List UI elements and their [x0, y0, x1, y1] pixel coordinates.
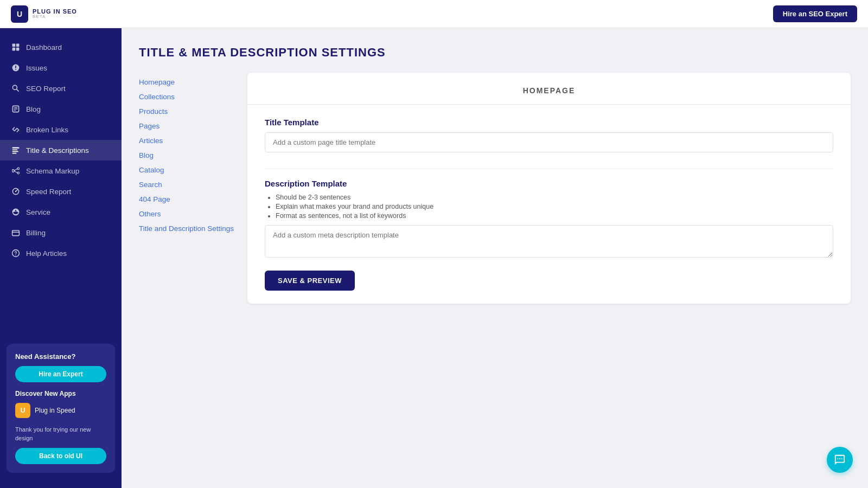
svg-rect-18 — [12, 170, 14, 172]
svg-rect-16 — [12, 151, 18, 152]
sidebar-bottom-card: Need Assistance? Hire an Expert Discover… — [0, 337, 122, 479]
sidebar-item-blog[interactable]: Blog — [0, 99, 122, 119]
svg-rect-3 — [16, 48, 20, 51]
sidebar-item-label: Billing — [26, 229, 46, 237]
help-icon — [11, 248, 21, 258]
plugin-speed-row: U Plug in Speed — [15, 403, 106, 418]
sidebar-item-label: Broken Links — [26, 126, 68, 134]
sidebar-item-billing[interactable]: Billing — [0, 222, 122, 243]
svg-rect-25 — [12, 230, 20, 236]
logo: U PLUG IN SEO BETA — [11, 5, 77, 23]
svg-rect-20 — [17, 172, 19, 174]
speed-icon — [11, 187, 21, 196]
logo-text-block: PLUG IN SEO BETA — [33, 8, 77, 20]
desc-hint-3: Format as sentences, not a list of keywo… — [276, 212, 833, 220]
title-template-input[interactable] — [265, 132, 833, 152]
plugin-speed-label: Plug in Speed — [35, 407, 75, 414]
schema-icon — [11, 166, 21, 176]
back-to-old-ui-button[interactable]: Back to old UI — [15, 448, 106, 464]
svg-line-8 — [17, 89, 19, 92]
description-template-input[interactable] — [265, 225, 833, 258]
sidebar-item-label: Dashboard — [26, 43, 62, 52]
sidebar-item-label: Issues — [26, 64, 47, 72]
sidebar-item-title-descriptions[interactable]: Title & Descriptions — [0, 140, 122, 160]
svg-rect-6 — [15, 69, 16, 70]
seo-report-icon — [11, 84, 21, 93]
sidebar-item-seo-report[interactable]: SEO Report — [0, 78, 122, 99]
logo-sub-text: BETA — [33, 15, 77, 20]
sidebar-item-service[interactable]: Service — [0, 202, 122, 222]
sidebar-item-label: Help Articles — [26, 249, 67, 258]
sidebar: Dashboard Issues SEO Report — [0, 28, 122, 488]
sidebar-item-label: Speed Report — [26, 188, 71, 196]
nav-link-title-desc-settings[interactable]: Title and Description Settings — [139, 221, 247, 236]
sidebar-nav: Dashboard Issues SEO Report — [0, 37, 122, 337]
svg-rect-17 — [12, 153, 17, 154]
hire-expert-topbar-button[interactable]: Hire an SEO Expert — [773, 5, 857, 22]
svg-point-28 — [15, 254, 16, 255]
blog-icon — [11, 104, 21, 114]
sidebar-item-help-articles[interactable]: Help Articles — [0, 243, 122, 264]
description-template-heading: Description Template — [265, 179, 833, 188]
section-divider — [265, 169, 833, 169]
discover-title: Discover New Apps — [15, 390, 106, 397]
panel-body: Title Template Description Template Shou… — [247, 105, 851, 304]
nav-link-collections[interactable]: Collections — [139, 89, 247, 104]
sidebar-item-label: Schema Markup — [26, 167, 79, 175]
nav-link-products[interactable]: Products — [139, 104, 247, 119]
left-nav: Homepage Collections Products Pages Arti… — [139, 73, 247, 304]
title-template-heading: Title Template — [265, 118, 833, 127]
nav-link-articles[interactable]: Articles — [139, 133, 247, 148]
sidebar-item-issues[interactable]: Issues — [0, 57, 122, 78]
assistance-card: Need Assistance? Hire an Expert Discover… — [7, 344, 115, 473]
nav-link-search[interactable]: Search — [139, 177, 247, 192]
billing-icon — [11, 228, 21, 237]
desc-hint-1: Should be 2-3 sentences — [276, 194, 833, 201]
assistance-title: Need Assistance? — [15, 352, 106, 361]
description-hints: Should be 2-3 sentences Explain what mak… — [265, 194, 833, 220]
sidebar-item-schema-markup[interactable]: Schema Markup — [0, 160, 122, 181]
hire-expert-sidebar-button[interactable]: Hire an Expert — [15, 366, 106, 382]
svg-point-24 — [15, 191, 16, 192]
chat-bubble-button[interactable] — [827, 447, 853, 473]
issues-icon — [11, 63, 21, 73]
svg-rect-0 — [12, 44, 16, 47]
svg-rect-1 — [16, 44, 20, 47]
sidebar-item-broken-links[interactable]: Broken Links — [0, 119, 122, 140]
panel-header: HOMEPAGE — [247, 73, 851, 105]
main-panel: HOMEPAGE Title Template Description Temp… — [247, 73, 851, 304]
nav-link-others[interactable]: Others — [139, 207, 247, 221]
nav-link-catalog[interactable]: Catalog — [139, 163, 247, 177]
sidebar-item-label: Blog — [26, 105, 41, 113]
svg-rect-19 — [17, 168, 19, 169]
sidebar-item-dashboard[interactable]: Dashboard — [0, 37, 122, 57]
sidebar-item-label: Service — [26, 208, 50, 216]
svg-rect-5 — [15, 66, 16, 68]
chat-icon — [834, 454, 846, 466]
main-layout: Dashboard Issues SEO Report — [0, 28, 868, 488]
panel-header-text: HOMEPAGE — [523, 86, 576, 95]
sidebar-item-label: SEO Report — [26, 85, 66, 93]
save-preview-button[interactable]: SAVE & PREVIEW — [265, 271, 355, 291]
page-title: TITLE & META DESCRIPTION SETTINGS — [139, 46, 851, 60]
svg-rect-2 — [12, 48, 16, 51]
nav-link-pages[interactable]: Pages — [139, 119, 247, 133]
content-area: TITLE & META DESCRIPTION SETTINGS Homepa… — [122, 28, 868, 488]
sub-layout: Homepage Collections Products Pages Arti… — [139, 73, 851, 304]
svg-point-7 — [12, 85, 17, 89]
dashboard-icon — [11, 42, 21, 52]
svg-line-22 — [14, 171, 17, 173]
broken-links-icon — [11, 125, 21, 134]
sidebar-item-speed-report[interactable]: Speed Report — [0, 181, 122, 202]
topbar: U PLUG IN SEO BETA Hire an SEO Expert — [0, 0, 868, 28]
svg-line-13 — [15, 129, 16, 130]
nav-link-blog[interactable]: Blog — [139, 148, 247, 163]
sidebar-item-label: Title & Descriptions — [26, 146, 89, 155]
service-icon — [11, 207, 21, 217]
nav-link-404[interactable]: 404 Page — [139, 192, 247, 207]
plugin-speed-icon: U — [15, 403, 30, 418]
thank-you-text: Thank you for trying our new design — [15, 426, 106, 442]
desc-hint-2: Explain what makes your brand and produc… — [276, 203, 833, 210]
nav-link-homepage[interactable]: Homepage — [139, 75, 247, 89]
svg-rect-14 — [12, 147, 20, 148]
